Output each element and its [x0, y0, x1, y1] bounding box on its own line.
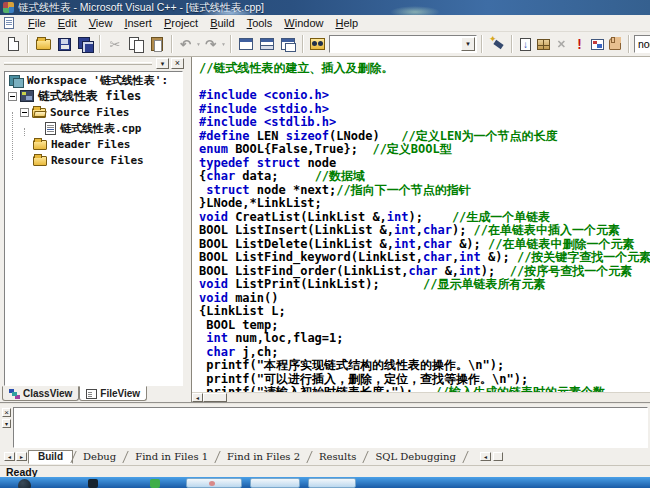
start-orb-icon[interactable]	[18, 479, 31, 488]
execute-program-button[interactable]	[571, 34, 588, 54]
output-panel: BuildDebugFind in Files 1Find in Files 2…	[0, 402, 650, 465]
tabs-scroll-left-icon[interactable]	[4, 452, 15, 461]
dock-gripper[interactable]	[4, 62, 152, 65]
find-combo[interactable]	[329, 35, 477, 53]
window-list-button[interactable]	[278, 34, 298, 54]
tree-expander-minus-icon[interactable]	[20, 108, 29, 117]
mini-scroll-left-icon[interactable]	[480, 452, 491, 461]
output-tab-results[interactable]: Results	[310, 450, 365, 464]
menu-build[interactable]: Build	[204, 16, 240, 30]
scrollbar-thumb[interactable]	[203, 393, 227, 402]
tab-fileview[interactable]: FileView	[79, 386, 147, 401]
output-menu-button[interactable]	[2, 419, 11, 428]
redo-button[interactable]	[202, 34, 219, 54]
output-tab-sql-debugging[interactable]: SQL Debugging	[366, 450, 465, 464]
cut-button[interactable]	[105, 34, 125, 54]
tree-item-header-files[interactable]: Header Files	[5, 136, 182, 152]
scissors-icon	[110, 37, 121, 52]
windows-taskbar[interactable]	[0, 477, 650, 488]
close-output-button[interactable]	[2, 408, 11, 417]
output-mini-scrollbar[interactable]	[480, 452, 503, 461]
vc6-ide-window: 链式线性表 - Microsoft Visual C++ - [链式线性表.cp…	[0, 0, 650, 488]
new-file-button[interactable]	[3, 34, 23, 54]
scroll-left-icon[interactable]	[192, 393, 203, 402]
tree-item--cpp[interactable]: 链式线性表.cpp	[5, 120, 182, 136]
insert-breakpoint-button[interactable]	[607, 34, 624, 54]
menu-file[interactable]: File	[22, 16, 52, 30]
menu-help[interactable]: Help	[329, 16, 364, 30]
title-bar[interactable]: 链式线性表 - Microsoft Visual C++ - [链式线性表.cp…	[0, 0, 650, 15]
taskbar-window-button[interactable]	[250, 478, 300, 488]
tree-expander-minus-icon[interactable]	[8, 92, 17, 101]
workspace-dock-header[interactable]	[2, 58, 184, 70]
tabs-scroll-right-icon[interactable]	[16, 452, 27, 461]
menu-project[interactable]: Project	[158, 16, 204, 30]
tree-item-label: Workspace '链式线性表':	[27, 73, 168, 88]
find-combo-dropdown-icon[interactable]	[461, 37, 475, 51]
paste-button[interactable]	[147, 34, 167, 54]
undo-button[interactable]	[177, 34, 194, 54]
tree-item-label: Source Files	[50, 106, 129, 119]
folder-closed-icon	[33, 140, 47, 150]
editor-horizontal-scrollbar[interactable]	[192, 392, 650, 402]
code-line: char j,ch;	[199, 346, 650, 360]
wizardbar-class-combo[interactable]: node	[634, 35, 650, 53]
output-tab-build[interactable]: Build	[28, 450, 73, 464]
output-tab-find-in-files-1[interactable]: Find in Files 1	[126, 450, 217, 464]
menu-tools[interactable]: Tools	[241, 16, 279, 30]
folder-closed-icon	[33, 156, 47, 166]
save-button[interactable]	[54, 34, 74, 54]
tree-item--files[interactable]: 链式线性表 files	[5, 88, 182, 104]
undo-dropdown-arrow[interactable]	[196, 41, 201, 47]
taskbar-window-button[interactable]	[186, 478, 242, 488]
code-line: void main()	[199, 292, 650, 306]
code-area[interactable]: //链式线性表的建立、插入及删除。 #include <conio.h>#inc…	[192, 57, 650, 402]
search-button[interactable]	[487, 34, 507, 54]
tree-item-label: 链式线性表 files	[38, 88, 141, 105]
code-editor[interactable]: //链式线性表的建立、插入及删除。 #include <conio.h>#inc…	[191, 57, 650, 402]
workspace-icon	[9, 74, 23, 86]
output-tab-debug[interactable]: Debug	[74, 450, 125, 464]
code-line: typedef struct node	[199, 157, 650, 171]
tree-item-source-files[interactable]: Source Files	[5, 104, 182, 120]
taskbar-window-button[interactable]	[308, 478, 356, 488]
code-line	[199, 76, 650, 90]
clipboard-icon	[151, 37, 163, 51]
output-dock-gripper[interactable]	[2, 408, 12, 447]
build-button[interactable]	[535, 34, 552, 54]
output-window-button[interactable]	[257, 34, 277, 54]
cpp-file-icon	[45, 122, 56, 135]
mini-scrollbar-thumb[interactable]	[493, 452, 503, 461]
open-file-button[interactable]	[33, 34, 53, 54]
output-content[interactable]	[13, 407, 648, 448]
code-line: BOOL temp;	[199, 319, 650, 333]
code-line: }LNode,*LinkList;	[199, 197, 650, 211]
redo-dropdown-arrow[interactable]	[221, 41, 226, 47]
taskbar-app-icon[interactable]	[150, 479, 160, 488]
menu-edit[interactable]: Edit	[52, 16, 83, 30]
tree-item-resource-files[interactable]: Resource Files	[5, 152, 182, 168]
compile-button[interactable]	[517, 34, 534, 54]
menu-window[interactable]: Window	[278, 16, 329, 30]
find-in-files-button[interactable]	[308, 34, 328, 54]
document-system-menu-icon[interactable]	[4, 17, 14, 29]
toolbar-separator	[302, 35, 304, 53]
tree-item-workspace-[interactable]: Workspace '链式线性表':	[5, 72, 182, 88]
menu-view[interactable]: View	[83, 16, 119, 30]
taskbar-app-icon[interactable]	[88, 479, 98, 488]
save-all-button[interactable]	[75, 34, 95, 54]
stop-build-button[interactable]	[553, 34, 570, 54]
tab-classview[interactable]: ClassView	[2, 386, 79, 401]
dock-menu-button[interactable]	[156, 58, 169, 69]
menu-insert[interactable]: Insert	[118, 16, 158, 30]
close-workspace-button[interactable]	[171, 58, 184, 69]
output-tab-find-in-files-2[interactable]: Find in Files 2	[218, 450, 309, 464]
toolbar-separator	[171, 35, 173, 53]
undo-icon	[180, 37, 191, 52]
go-button[interactable]	[589, 34, 606, 54]
open-folder-icon	[36, 39, 51, 50]
copy-button[interactable]	[126, 34, 146, 54]
titlebar-glare	[200, 8, 260, 15]
tree-item-label: 链式线性表.cpp	[60, 121, 142, 136]
workspace-window-button[interactable]	[236, 34, 256, 54]
